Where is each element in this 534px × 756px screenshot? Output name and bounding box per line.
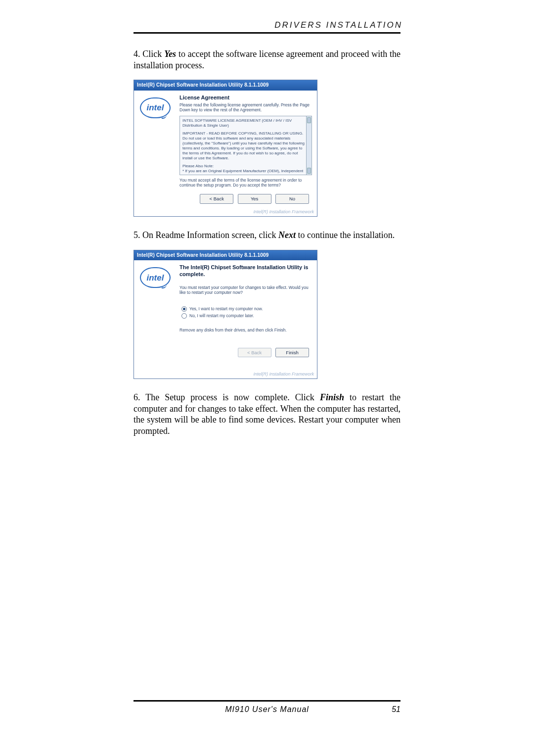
scroll-down-icon[interactable] — [307, 168, 311, 174]
radio-restart-later[interactable]: No, I will restart my computer later. — [181, 313, 312, 319]
yes-button[interactable]: Yes — [238, 194, 271, 204]
intel-logo-icon: intel — [140, 267, 171, 288]
eula-line: Please Also Note: — [182, 164, 306, 169]
accept-prompt: You must accept all the terms of the lic… — [179, 178, 312, 188]
footer-spacer — [134, 705, 163, 714]
section-header: DRIVERS INSTALLATION — [134, 20, 402, 30]
step-5-text: 5. On Readme Information screen, click N… — [134, 230, 400, 241]
step-6-text: 6. The Setup process is now complete. Cl… — [134, 392, 400, 436]
manual-title: MI910 User's Manual — [163, 705, 371, 714]
page-footer: MI910 User's Manual 51 — [134, 705, 400, 714]
back-button[interactable]: < Back — [200, 194, 233, 204]
back-button: < Back — [238, 348, 271, 358]
restart-options: Yes, I want to restart my computer now. … — [181, 306, 312, 319]
scroll-up-icon[interactable] — [307, 117, 311, 123]
license-dialog: Intel(R) Chipset Software Installation U… — [134, 80, 317, 217]
step-6-prefix: 6. The Setup process is now complete. Cl… — [134, 392, 320, 402]
radio-unselected-icon — [181, 313, 187, 319]
eula-line: * If you are an Original Equipment Manuf… — [182, 169, 306, 175]
license-heading: License Agreement — [179, 94, 312, 101]
footer-rule — [134, 700, 400, 702]
eula-line: IMPORTANT - READ BEFORE COPYING, INSTALL… — [182, 131, 306, 161]
step-4-text: 4. Click Yes to accept the software lice… — [134, 48, 400, 71]
button-row: < Back Yes No — [179, 192, 312, 206]
dialog-titlebar: Intel(R) Chipset Software Installation U… — [134, 80, 317, 91]
dialog-sidebar: intel — [134, 260, 177, 371]
step-5-keyword: Next — [278, 230, 296, 240]
dialog-sidebar: intel — [134, 91, 177, 209]
dialog-brand-footer: Intel(R) Installation Framework — [134, 209, 317, 216]
step-4-keyword: Yes — [164, 49, 176, 59]
finish-dialog: Intel(R) Chipset Software Installation U… — [134, 250, 317, 379]
radio-label: Yes, I want to restart my computer now. — [189, 306, 263, 312]
step-5-prefix: 5. On Readme Information screen, click — [134, 230, 278, 240]
no-button[interactable]: No — [275, 194, 309, 204]
step-5-suffix: to continue the installation. — [296, 230, 395, 240]
license-lead: Please read the following license agreem… — [179, 102, 312, 113]
radio-label: No, I will restart my computer later. — [189, 313, 254, 319]
page-number: 51 — [371, 705, 400, 714]
manual-page: DRIVERS INSTALLATION 4. Click Yes to acc… — [0, 0, 534, 756]
intel-logo-icon: intel — [140, 97, 171, 118]
complete-heading: The Intel(R) Chipset Software Installati… — [179, 264, 312, 278]
button-row: < Back Finish — [179, 346, 312, 360]
step-6-keyword: Finish — [320, 392, 344, 402]
eula-textbox[interactable]: INTEL SOFTWARE LICENSE AGREEMENT (OEM / … — [179, 116, 312, 175]
radio-restart-now[interactable]: Yes, I want to restart my computer now. — [181, 306, 312, 312]
scrollbar[interactable] — [306, 116, 312, 175]
dialog-titlebar: Intel(R) Chipset Software Installation U… — [134, 250, 317, 261]
radio-selected-icon — [181, 306, 187, 312]
header-rule — [134, 32, 400, 34]
eula-line: INTEL SOFTWARE LICENSE AGREEMENT (OEM / … — [182, 118, 306, 128]
dialog-brand-footer: Intel(R) Installation Framework — [134, 371, 317, 378]
finish-button[interactable]: Finish — [275, 348, 309, 358]
step-4-prefix: 4. Click — [134, 49, 164, 59]
restart-lead: You must restart your computer for chang… — [179, 285, 312, 295]
remove-disks-note: Remove any disks from their drives, and … — [179, 328, 312, 333]
